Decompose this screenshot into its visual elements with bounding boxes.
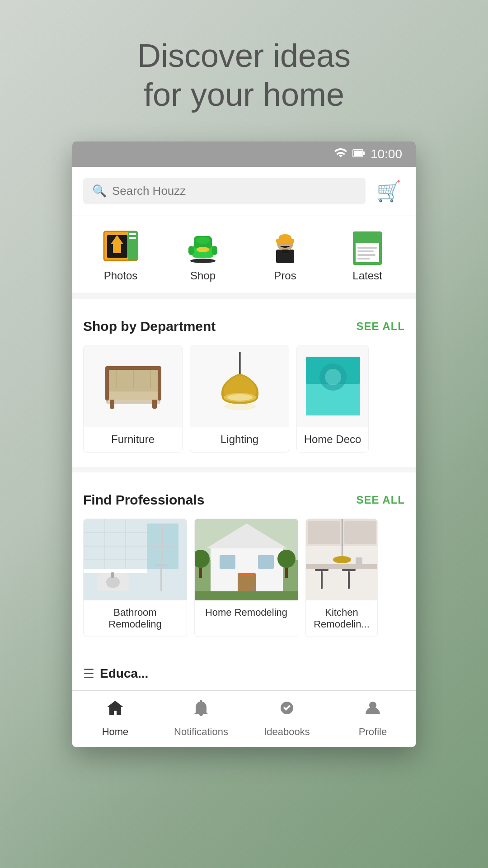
nav-cat-photos[interactable]: Photos xyxy=(102,227,140,282)
bottom-nav-profile[interactable]: Profile xyxy=(341,698,404,738)
nav-cat-latest[interactable]: Latest xyxy=(348,227,386,282)
dept-cards: Furniture xyxy=(83,345,405,453)
svg-rect-38 xyxy=(105,366,161,370)
svg-rect-88 xyxy=(342,569,356,571)
svg-rect-85 xyxy=(306,564,378,569)
svg-rect-72 xyxy=(258,555,274,569)
pro-card-kitchen[interactable]: Kitchen Remodelin... xyxy=(305,519,378,637)
nav-categories: Photos Shop xyxy=(72,216,416,293)
profile-nav-label: Profile xyxy=(359,726,387,738)
svg-point-11 xyxy=(190,259,216,263)
furniture-illustration xyxy=(97,354,169,418)
svg-rect-26 xyxy=(356,234,379,243)
svg-rect-84 xyxy=(344,521,376,544)
pro-card-bathroom[interactable]: Bathroom Remodeling xyxy=(83,519,187,637)
homedeco-label: Home Deco xyxy=(297,427,368,452)
svg-rect-59 xyxy=(111,572,114,578)
svg-rect-27 xyxy=(357,247,377,249)
svg-rect-7 xyxy=(113,244,121,253)
homedeco-illustration xyxy=(304,354,362,418)
bottom-nav: Home Notifications Ideabooks xyxy=(72,690,416,747)
search-icon: 🔍 xyxy=(92,184,107,198)
bottom-nav-home[interactable]: Home xyxy=(84,698,147,738)
svg-rect-28 xyxy=(357,250,374,252)
svg-rect-89 xyxy=(348,571,350,589)
notifications-nav-label: Notifications xyxy=(174,726,228,738)
svg-rect-30 xyxy=(357,258,370,259)
shop-icon xyxy=(184,227,222,265)
svg-point-51 xyxy=(325,369,341,385)
dept-card-lighting[interactable]: Lighting xyxy=(190,345,289,453)
svg-rect-56 xyxy=(84,569,147,573)
pro-card-home-remodel[interactable]: Home Remodeling xyxy=(194,519,298,637)
svg-point-17 xyxy=(196,237,210,244)
shop-dept-see-all[interactable]: SEE ALL xyxy=(357,320,405,333)
svg-rect-22 xyxy=(279,234,291,241)
svg-point-18 xyxy=(197,247,209,252)
kitchen-label: Kitchen Remodelin... xyxy=(306,600,377,637)
latest-icon xyxy=(348,227,386,265)
partial-section-icon: ☰ xyxy=(83,666,94,681)
bathroom-label: Bathroom Remodeling xyxy=(84,600,187,637)
svg-point-74 xyxy=(252,587,255,590)
photos-icon xyxy=(102,227,140,265)
shop-dept-title: Shop by Department xyxy=(83,319,216,334)
hero-title: Discover ideas for your home xyxy=(18,36,470,114)
svg-rect-92 xyxy=(356,557,362,564)
cart-button[interactable]: 🛒 xyxy=(373,176,405,207)
svg-point-45 xyxy=(227,394,253,401)
pros-label: Pros xyxy=(274,269,296,282)
shop-label: Shop xyxy=(190,269,216,282)
home-remodel-label: Home Remodeling xyxy=(195,600,298,625)
cart-icon: 🛒 xyxy=(376,180,401,202)
svg-rect-15 xyxy=(212,246,217,255)
search-box[interactable]: 🔍 xyxy=(83,178,366,204)
status-time: 10:00 xyxy=(371,147,402,161)
svg-rect-71 xyxy=(220,555,235,569)
svg-rect-80 xyxy=(240,574,253,576)
hero-section: Discover ideas for your home xyxy=(0,0,488,142)
svg-rect-37 xyxy=(158,367,161,401)
svg-rect-10 xyxy=(129,237,136,239)
pro-title: Find Professionals xyxy=(83,492,204,508)
kitchen-image xyxy=(306,519,378,600)
section-divider-2 xyxy=(72,467,416,472)
status-icons: 10:00 xyxy=(334,147,402,161)
home-remodel-illustration xyxy=(195,519,298,600)
svg-rect-61 xyxy=(154,564,168,566)
svg-rect-29 xyxy=(357,254,375,256)
shop-department-section: Shop by Department SEE ALL xyxy=(72,304,416,467)
svg-rect-75 xyxy=(195,591,298,600)
pro-see-all[interactable]: SEE ALL xyxy=(357,494,405,506)
lighting-label: Lighting xyxy=(190,427,289,452)
svg-rect-2 xyxy=(354,151,362,156)
kitchen-illustration xyxy=(306,519,378,600)
search-area: 🔍 🛒 xyxy=(72,167,416,216)
dept-card-furniture[interactable]: Furniture xyxy=(83,345,183,453)
search-input[interactable] xyxy=(112,184,357,198)
svg-point-91 xyxy=(333,556,351,563)
bottom-nav-ideabooks[interactable]: Ideabooks xyxy=(255,698,319,738)
shop-dept-header: Shop by Department SEE ALL xyxy=(83,319,405,334)
nav-cat-shop[interactable]: Shop xyxy=(184,227,222,282)
home-remodel-image xyxy=(195,519,298,600)
dept-card-homedeco[interactable]: Home Deco xyxy=(296,345,369,453)
section-divider xyxy=(72,293,416,299)
svg-rect-8 xyxy=(128,231,137,260)
svg-rect-86 xyxy=(315,569,328,571)
bottom-nav-notifications[interactable]: Notifications xyxy=(169,698,233,738)
battery-icon xyxy=(352,148,365,160)
furniture-image xyxy=(84,345,183,427)
home-icon xyxy=(105,698,125,722)
ideabooks-nav-label: Ideabooks xyxy=(264,726,310,738)
nav-cat-pros[interactable]: Pros xyxy=(266,227,304,282)
status-bar: 10:00 xyxy=(72,142,416,167)
bathroom-illustration xyxy=(84,519,187,600)
svg-rect-83 xyxy=(308,521,340,544)
lighting-illustration xyxy=(213,352,267,420)
pro-cards: Bathroom Remodeling xyxy=(83,519,405,637)
svg-rect-36 xyxy=(105,367,109,401)
bathroom-image xyxy=(84,519,187,600)
notifications-icon xyxy=(191,698,211,722)
photos-label: Photos xyxy=(104,269,138,282)
